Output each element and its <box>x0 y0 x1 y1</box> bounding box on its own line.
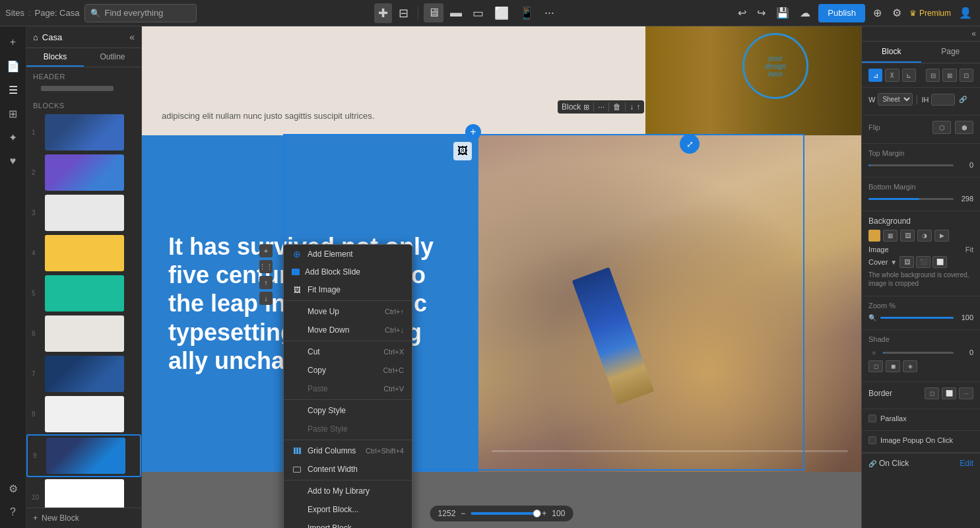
rp-tab-block[interactable]: Block <box>862 42 921 63</box>
ctx-move-down[interactable]: Move Down Ctrl+↓ <box>284 321 412 339</box>
flip-v-btn[interactable]: ⬢ <box>955 121 973 134</box>
rp-tab-page[interactable]: Page <box>921 42 981 63</box>
lbc-add-btn[interactable]: + <box>259 244 273 257</box>
link-icon[interactable]: 🔗 <box>959 96 967 103</box>
grid-view-btn[interactable]: ⊟ <box>395 3 412 23</box>
ctx-fit-image[interactable]: 🖼 Fit Image <box>284 280 412 299</box>
sites-link[interactable]: Sites <box>5 8 24 18</box>
top-margin-slider[interactable] <box>868 164 954 166</box>
block-item-3[interactable]: 3 <box>26 193 141 233</box>
lbc-drag-btn[interactable]: ⋮⋮ <box>259 260 273 273</box>
block-item-1[interactable]: 1 <box>26 112 141 152</box>
image-edit-icon[interactable]: 🖼 <box>453 142 472 160</box>
block-item-2[interactable]: 2 <box>26 152 141 193</box>
bottom-margin-slider[interactable] <box>868 198 954 200</box>
align-right-top-btn[interactable]: ⊾ <box>902 69 916 82</box>
block-delete-btn[interactable]: 🗑 <box>613 102 621 112</box>
ctx-grid-columns[interactable]: Grid Columns Ctrl+Shift+4 <box>284 442 412 460</box>
flip-h-btn[interactable]: ⬡ <box>932 121 951 134</box>
bg-video-btn[interactable]: ▶ <box>934 230 949 242</box>
panel-expand-btn[interactable]: « <box>971 29 976 38</box>
align-center-btn[interactable]: ⊠ <box>942 69 956 82</box>
shade-color-btn[interactable]: ◈ <box>903 360 917 372</box>
border-none-btn[interactable]: ◻ <box>925 387 939 399</box>
parallax-checkbox[interactable] <box>868 414 876 422</box>
block-item-10[interactable]: 10 <box>26 477 141 508</box>
image-popup-checkbox[interactable] <box>868 436 876 444</box>
on-click-edit-btn[interactable]: Edit <box>960 459 973 468</box>
search-input-label[interactable]: Find everything <box>104 8 163 18</box>
zoom-plus-btn[interactable]: + <box>542 509 546 518</box>
zoom-minus-btn[interactable]: − <box>461 509 465 518</box>
add-circle-icon[interactable]: + <box>465 124 481 140</box>
block-expand-handle[interactable]: ⤢ <box>680 134 700 154</box>
block-item-4[interactable]: 4 <box>26 233 141 273</box>
premium-badge[interactable]: ♛ Premium <box>909 9 951 18</box>
block-item-7[interactable]: 7 <box>26 354 141 394</box>
device-tablet-btn[interactable]: ▭ <box>469 3 488 23</box>
align-center-top-btn[interactable]: ⊼ <box>885 69 899 82</box>
device-desktop-btn[interactable]: 🖥 <box>424 3 443 22</box>
strip-grid-icon[interactable]: ⊞ <box>3 103 24 124</box>
zoom-slider[interactable] <box>471 512 537 515</box>
block-dots-btn[interactable]: ··· <box>598 102 604 112</box>
ctx-move-up[interactable]: Move Up Ctrl+↑ <box>284 302 412 321</box>
strip-settings-icon[interactable]: ⚙ <box>3 478 24 499</box>
save-btn[interactable]: 💾 <box>773 4 792 22</box>
align-left-btn[interactable]: ⊟ <box>926 69 940 82</box>
device-mobile-v-btn[interactable]: 📱 <box>515 3 538 23</box>
strip-help-icon[interactable]: ? <box>3 502 24 523</box>
device-landscape-btn[interactable]: ▬ <box>446 3 466 22</box>
border-more-btn[interactable]: ··· <box>959 387 973 399</box>
strip-favorites-icon[interactable]: ♥ <box>3 150 24 172</box>
ctx-content-width[interactable]: Content Width <box>284 460 412 478</box>
tab-blocks[interactable]: Blocks <box>26 48 84 67</box>
collapse-btn[interactable]: « <box>129 32 135 42</box>
block-item-8[interactable]: 8 <box>26 394 141 434</box>
bg-gradient-btn[interactable]: ◑ <box>917 230 932 242</box>
width-select[interactable]: Sheet <box>878 93 913 106</box>
border-solid-btn[interactable]: ⬜ <box>942 387 956 399</box>
rp-zoom-slider[interactable] <box>880 317 954 319</box>
user-btn[interactable]: 👤 <box>956 4 975 22</box>
cover-icon-2[interactable]: ⬛ <box>916 256 931 268</box>
lbc-up-btn[interactable]: ↑ <box>259 276 273 289</box>
more-devices-btn[interactable]: ··· <box>540 3 558 22</box>
bg-color-btn[interactable] <box>868 230 880 242</box>
ih-input[interactable]: 618 <box>931 94 955 106</box>
strip-elements-icon[interactable]: ✦ <box>3 127 24 148</box>
search-bar[interactable]: 🔍 Find everything <box>84 4 197 22</box>
ctx-add-to-library[interactable]: Add to My Library <box>284 482 412 500</box>
bg-pattern-btn[interactable]: ▦ <box>883 230 898 242</box>
align-right-btn[interactable]: ⊡ <box>960 69 973 82</box>
add-between-blocks[interactable]: + <box>465 124 481 140</box>
settings-btn[interactable]: ⚙ <box>890 4 904 22</box>
strip-add-icon[interactable]: + <box>3 32 24 53</box>
block-down-btn[interactable]: ↓ <box>630 102 634 112</box>
ctx-add-block-slide[interactable]: Add Block Slide <box>284 263 412 280</box>
block-item-5[interactable]: 5 <box>26 273 141 314</box>
align-left-top-btn[interactable]: ⊿ <box>868 69 882 82</box>
redo-btn[interactable]: ↪ <box>754 4 768 22</box>
shade-dark-btn[interactable]: ◼ <box>886 360 900 372</box>
page-label[interactable]: Page: Casa <box>35 8 80 18</box>
cover-icon-3[interactable]: ⬜ <box>932 256 947 268</box>
add-element-btn[interactable]: ✚ <box>374 3 392 23</box>
shade-transparent-btn[interactable]: ◻ <box>868 360 883 372</box>
zoom-slider-thumb[interactable] <box>533 510 540 517</box>
canvas-area[interactable]: adipiscing elit nullam nunc justo sagitt… <box>142 26 861 528</box>
strip-pages-icon[interactable]: 📄 <box>3 55 24 77</box>
cover-icon-1[interactable]: 🖼 <box>899 256 914 268</box>
new-block-btn[interactable]: + New Block <box>26 508 141 528</box>
ctx-copy-style[interactable]: Copy Style <box>284 401 412 420</box>
ctx-export-block[interactable]: Export Block... <box>284 500 412 519</box>
tab-outline[interactable]: Outline <box>84 48 141 67</box>
ctx-copy[interactable]: Copy Ctrl+C <box>284 361 412 380</box>
strip-blocks-icon[interactable]: ☰ <box>3 79 24 100</box>
block-item-9[interactable]: 9 <box>26 434 141 477</box>
shade-slider[interactable] <box>883 352 954 354</box>
cloud-btn[interactable]: ☁ <box>797 4 813 22</box>
block-up-btn[interactable]: ↑ <box>636 102 640 112</box>
bg-image-btn[interactable]: 🖼 <box>900 230 915 242</box>
block-item-6[interactable]: 6 <box>26 314 141 354</box>
